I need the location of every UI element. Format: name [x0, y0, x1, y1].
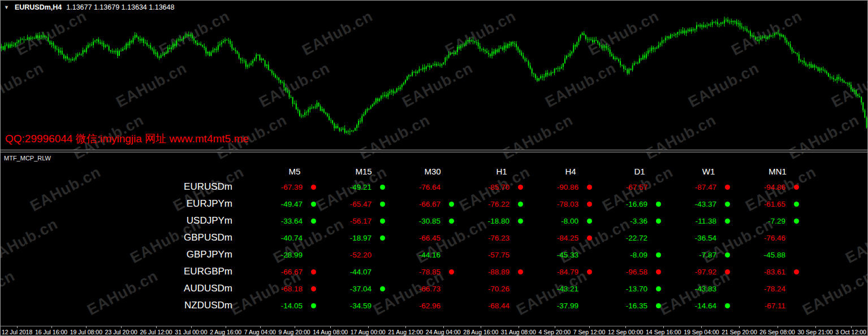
cell-value: -18.80	[462, 217, 509, 225]
table-cell: -67.57	[600, 178, 669, 195]
symbol-label: GBPJPYm	[1, 246, 255, 263]
price-chart-pane[interactable]: ▼ EURUSDm,H4 1.13677 1.13679 1.13634 1.1…	[1, 1, 867, 150]
pane-separator[interactable]	[1, 150, 867, 152]
cell-dot-box	[303, 286, 324, 291]
symbol-label: EURJPYm	[1, 195, 255, 212]
cell-value: -94.86	[738, 183, 785, 191]
cell-value: -7.29	[738, 217, 785, 225]
status-dot-green-icon	[380, 219, 385, 224]
table-cell: -7.87	[669, 246, 738, 263]
time-axis-label: 21 Aug 12:00	[388, 329, 423, 335]
cell-dot-box	[647, 269, 669, 274]
chevron-down-icon[interactable]: ▼	[4, 5, 9, 10]
cell-value: -57.75	[462, 251, 509, 259]
symbol-label: AUDUSDm	[1, 280, 255, 297]
table-cell: -97.92	[669, 263, 738, 280]
mtf-table: M5M15M30H1H4D1W1MN1EURUSDm-67.39-49.21-7…	[1, 164, 807, 314]
candlestick-chart[interactable]	[1, 1, 867, 150]
chart-symbol-timeframe: EURUSDm,H4	[15, 3, 62, 11]
status-dot-green-icon	[449, 219, 454, 224]
indicator-subwindow[interactable]: MTF_MCP_RLW M5M15M30H1H4D1W1MN1EURUSDm-6…	[1, 152, 867, 326]
chart-title-bar: ▼ EURUSDm,H4 1.13677 1.13679 1.13634 1.1…	[4, 3, 174, 11]
cell-dot-box	[716, 219, 738, 224]
table-cell: -7.29	[738, 212, 807, 229]
cell-value: -14.05	[255, 302, 303, 310]
column-header-m30: M30	[393, 164, 462, 178]
cell-dot-box	[785, 202, 807, 207]
cell-value: -78.85	[393, 268, 441, 276]
symbol-label: USDJPYm	[1, 212, 255, 229]
cell-value: -76.64	[393, 183, 441, 191]
table-cell: -44.16	[393, 246, 462, 263]
table-cell: -8.09	[600, 246, 669, 263]
table-cell: -16.35	[600, 297, 669, 314]
table-cell: -43.21	[531, 280, 600, 297]
table-cell: -30.85	[393, 212, 462, 229]
cell-value: -84.25	[531, 234, 578, 242]
table-cell: -8.00	[531, 212, 600, 229]
table-cell: -49.47	[255, 195, 324, 212]
status-dot-green-icon	[311, 202, 316, 207]
status-dot-green-icon	[725, 202, 730, 207]
chart-ohlc-quotes: 1.13677 1.13679 1.13634 1.13648	[66, 3, 174, 11]
time-axis-label: 17 Aug 00:00	[351, 329, 386, 335]
table-cell: -66.73	[393, 280, 462, 297]
cell-dot-box	[578, 202, 600, 207]
time-axis-label: 28 Aug 16:00	[463, 329, 498, 335]
time-axis-label: 14 Aug 08:00	[313, 329, 348, 335]
cell-dot-box	[372, 286, 393, 291]
time-axis-label: 2 Aug 16:00	[210, 329, 241, 335]
table-cell: -57.75	[462, 246, 531, 263]
symbol-label: NZDUSDm	[1, 297, 255, 314]
cell-value: -88.89	[462, 268, 509, 276]
ad-ticker-text: QQ:29996044 微信:imyingjia 网址 www.mt4mt5.m…	[5, 132, 249, 146]
table-cell: -3.36	[600, 212, 669, 229]
time-axis-label: 14 Sep 16:00	[646, 329, 681, 335]
time-axis-label: 4 Sep 20:00	[538, 329, 571, 335]
status-dot-red-icon	[794, 269, 799, 274]
cell-value: -45.88	[738, 251, 785, 259]
time-axis-label: 19 Jul 08:00	[70, 329, 102, 335]
table-cell: -78.24	[738, 280, 807, 297]
cell-value: -18.97	[324, 234, 372, 242]
status-dot-green-icon	[380, 286, 385, 291]
cell-dot-box	[785, 185, 807, 190]
column-header-h1: H1	[462, 164, 531, 178]
status-dot-green-icon	[587, 219, 592, 224]
table-cell: -28.99	[255, 246, 324, 263]
status-dot-green-icon	[794, 202, 799, 207]
table-cell: -43.37	[669, 195, 738, 212]
table-cell: -34.59	[324, 297, 393, 314]
status-dot-green-icon	[449, 202, 454, 207]
status-dot-red-icon	[449, 269, 454, 274]
time-axis-label: 7 Aug 04:00	[244, 329, 276, 335]
status-dot-red-icon	[725, 185, 730, 190]
cell-dot-box	[303, 202, 324, 207]
table-cell: -88.89	[462, 263, 531, 280]
cell-value: -37.99	[531, 302, 578, 310]
cell-value: -76.46	[738, 234, 785, 242]
table-cell: -70.26	[462, 280, 531, 297]
status-dot-green-icon	[380, 235, 385, 241]
time-axis-label: 3 Oct 12:00	[836, 329, 866, 335]
cell-dot-box	[647, 219, 669, 224]
cell-value: -49.47	[255, 200, 303, 208]
cell-value: -66.73	[393, 285, 441, 293]
cell-value: -70.26	[462, 285, 509, 293]
indicator-name-label: MTF_MCP_RLW	[4, 155, 51, 162]
status-dot-green-icon	[656, 286, 661, 291]
table-cell: -37.99	[531, 297, 600, 314]
symbol-label: EURUSDm	[1, 178, 255, 195]
table-cell: -16.69	[600, 195, 669, 212]
cell-dot-box	[441, 219, 462, 224]
cell-dot-box	[716, 252, 738, 258]
cell-dot-box	[578, 219, 600, 224]
cell-value: -66.67	[393, 200, 441, 208]
table-cell: -68.44	[462, 297, 531, 314]
cell-dot-box	[441, 269, 462, 274]
time-axis[interactable]: 12 Jul 201816 Jul 16:0019 Jul 08:0023 Ju…	[1, 326, 867, 336]
status-dot-green-icon	[656, 219, 661, 224]
cell-value: -43.37	[669, 200, 716, 208]
cell-value: -78.03	[531, 200, 578, 208]
cell-value: -43.21	[531, 285, 578, 293]
